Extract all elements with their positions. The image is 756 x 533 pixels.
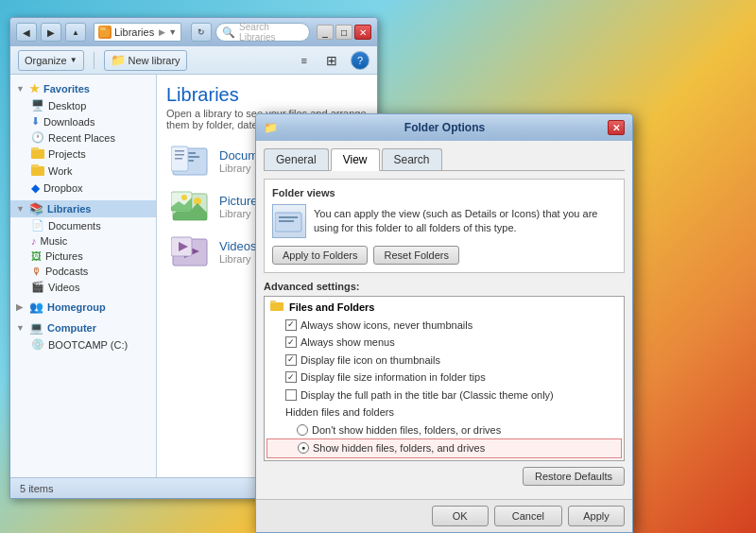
folder-views-content: You can apply the view (such as Details …: [272, 204, 616, 238]
tree-item-4[interactable]: Display file size information in folder …: [266, 369, 622, 387]
tab-search[interactable]: Search: [382, 148, 442, 170]
advanced-label: Advanced settings:: [264, 281, 625, 292]
dialog-title-icon: 📁: [264, 121, 278, 134]
reset-folders-button[interactable]: Reset Folders: [373, 246, 458, 265]
hidden-files-header: Hidden files and folders: [266, 404, 622, 421]
dialog-title: Folder Options: [404, 121, 485, 134]
tab-bar: General View Search: [264, 148, 625, 171]
tree-item-5[interactable]: Display the full path in the title bar (…: [266, 387, 622, 404]
svg-rect-23: [279, 216, 298, 218]
checkbox-menus[interactable]: [285, 336, 297, 348]
radio-show-hidden[interactable]: [298, 442, 309, 454]
checkbox-file-icon[interactable]: [285, 354, 297, 366]
tree-item-radio-1[interactable]: Don't show hidden files, folders, or dri…: [266, 421, 622, 439]
apply-to-folders-button[interactable]: Apply to Folders: [272, 246, 368, 265]
tab-view[interactable]: View: [331, 148, 380, 171]
dialog-overlay: 📁 Folder Options ✕ General View Search F…: [0, 0, 756, 533]
tree-item-1[interactable]: Always show icons, never thumbnails: [266, 317, 622, 335]
restore-defaults-row: Restore Defaults: [264, 467, 625, 486]
folder-options-dialog: 📁 Folder Options ✕ General View Search F…: [255, 113, 633, 533]
tree-item-2[interactable]: Always show menus: [266, 334, 622, 352]
cancel-button[interactable]: Cancel: [494, 506, 562, 526]
svg-rect-26: [270, 301, 276, 303]
tree-item-6[interactable]: Hide empty drives in the Computer folder: [266, 458, 622, 462]
dialog-footer: OK Cancel Apply: [256, 499, 632, 532]
advanced-settings-list[interactable]: Files and Folders Always show icons, nev…: [264, 296, 625, 461]
dialog-close-button[interactable]: ✕: [608, 120, 625, 135]
dialog-title-bar: 📁 Folder Options ✕: [256, 114, 632, 141]
folder-views-section: Folder views You can apply the view (suc…: [264, 179, 625, 273]
restore-defaults-button[interactable]: Restore Defaults: [523, 467, 625, 486]
advanced-section: Advanced settings: Files and Folders Alw…: [264, 281, 625, 461]
checkbox-file-size[interactable]: [285, 371, 297, 383]
folder-views-buttons: Apply to Folders Reset Folders: [272, 246, 616, 265]
apply-button[interactable]: Apply: [568, 506, 625, 526]
files-folders-icon: [270, 300, 284, 316]
svg-rect-24: [279, 220, 294, 222]
tree-item-3[interactable]: Display file icon on thumbnails: [266, 352, 622, 370]
files-folders-header: Files and Folders: [266, 299, 622, 317]
checkbox-icons[interactable]: [285, 319, 297, 331]
folder-views-description: You can apply the view (such as Details …: [314, 207, 616, 236]
checkbox-full-path[interactable]: [285, 389, 297, 401]
folder-views-label: Folder views: [272, 187, 616, 198]
tree-item-radio-2[interactable]: Show hidden files, folders, and drives: [266, 438, 622, 458]
folder-preview-icon: [272, 204, 306, 238]
dialog-body: General View Search Folder views: [256, 141, 632, 499]
radio-dont-show[interactable]: [297, 424, 308, 436]
tab-general[interactable]: General: [264, 148, 329, 170]
ok-button[interactable]: OK: [432, 506, 489, 526]
svg-rect-25: [270, 302, 284, 311]
